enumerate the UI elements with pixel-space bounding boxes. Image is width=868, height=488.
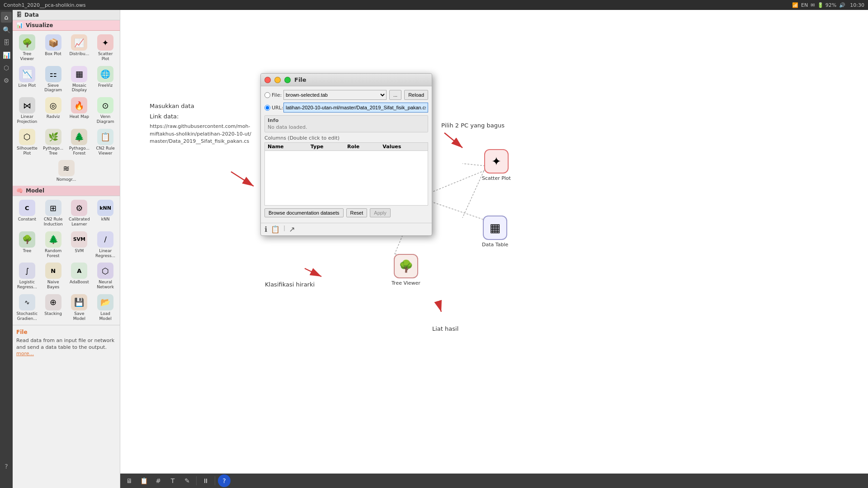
taskbar-text-btn[interactable]: T <box>166 474 179 487</box>
more-link[interactable]: more... <box>16 351 116 357</box>
constant-icon: C <box>19 200 35 216</box>
widget-knn[interactable]: kNN kNN <box>93 198 118 229</box>
widget-linear-projection[interactable]: ⋈ LinearProjection <box>14 95 40 126</box>
columns-table-container[interactable]: Name Type Role Values <box>264 142 428 206</box>
footer-export-icon[interactable]: ↗ <box>289 225 295 234</box>
scatter-plot-node[interactable]: ✦ Scatter Plot <box>482 149 511 181</box>
widget-heat-map[interactable]: 🔥 Heat Map <box>67 95 92 126</box>
dialog-close-button[interactable] <box>264 77 271 83</box>
widget-stacking[interactable]: ⊕ Stacking <box>41 292 66 323</box>
taskbar-pause-btn[interactable]: ⏸ <box>199 474 212 487</box>
info-title: File <box>16 329 116 335</box>
model-section-header[interactable]: 🧠 Model <box>13 186 120 196</box>
visualize-section-header[interactable]: 📊 Visualize <box>13 20 120 31</box>
scatter-plot-node-label: Scatter Plot <box>482 175 511 181</box>
footer-info-icon[interactable]: ℹ <box>264 225 267 234</box>
search-icon[interactable]: 🔍 <box>1 24 12 35</box>
data-section-header: 🗄 Data <box>13 10 120 20</box>
file-select[interactable]: brown-selected.tab <box>283 90 387 100</box>
widget-pythago-tree[interactable]: 🌿 Pythago...Tree <box>41 127 66 158</box>
widget-stochastic-gradient[interactable]: ∿ StochasticGradien... <box>14 292 40 323</box>
widget-adaboost[interactable]: A AdaBoost <box>67 261 92 291</box>
distributions-icon: 📈 <box>71 34 87 51</box>
settings-icon[interactable]: ⚙ <box>1 75 12 86</box>
dialog-maximize-button[interactable] <box>284 77 291 83</box>
network-icon[interactable]: ⬡ <box>1 62 12 73</box>
url-radio[interactable] <box>264 105 270 111</box>
widget-calibrated-learner[interactable]: ⚙ CalibratedLearner <box>67 198 92 229</box>
random-forest-label: RandomForest <box>45 249 61 258</box>
widget-constant[interactable]: C Constant <box>14 198 40 229</box>
taskbar-edit-btn[interactable]: ✎ <box>181 474 193 487</box>
widget-random-forest[interactable]: 🌲 RandomForest <box>41 230 66 260</box>
widget-tree-viewer[interactable]: 🌳 TreeViewer <box>14 33 40 63</box>
widget-logistic-regression[interactable]: ∫ LogisticRegress... <box>14 261 40 291</box>
system-tray: 📶 EN ✉ 🔋 92% 🔊 10:30 <box>792 2 864 8</box>
freeviz-label: FreeViz <box>98 83 113 88</box>
visualize-icon: 📊 <box>16 22 23 28</box>
taskbar-help-btn[interactable]: ? <box>218 474 231 487</box>
widget-save-model[interactable]: 💾 SaveModel <box>67 292 92 323</box>
chart-icon[interactable]: 📊 <box>1 50 12 61</box>
file-radio[interactable] <box>264 92 270 98</box>
widget-load-model[interactable]: 📂 LoadModel <box>93 292 118 323</box>
url-input[interactable] <box>283 103 428 113</box>
random-forest-icon: 🌲 <box>45 231 61 248</box>
reload-button[interactable]: Reload <box>404 90 428 100</box>
folder-button[interactable]: ... <box>389 90 401 100</box>
annotation-link-data: Link data: <box>150 113 179 120</box>
widget-cn2-rule-viewer[interactable]: 📋 CN2 RuleViewer <box>93 127 118 158</box>
apply-button[interactable]: Apply <box>370 208 391 217</box>
footer-copy-icon[interactable]: 📋 <box>271 225 280 234</box>
data-table-node[interactable]: ▦ Data Table <box>482 216 508 248</box>
heat-map-label: Heat Map <box>70 114 89 119</box>
venn-diagram-label: VennDiagram <box>97 114 114 124</box>
sieve-diagram-label: SieveDiagram <box>44 83 62 93</box>
home-icon[interactable]: ⌂ <box>1 12 12 23</box>
titlebar: Contoh1_2020__pca-sholikin.ows 📶 EN ✉ 🔋 … <box>0 0 868 10</box>
tree-viewer-node[interactable]: 🌳 Tree Viewer <box>392 254 420 286</box>
columns-header: Columns (Double click to edit) <box>264 135 428 141</box>
widget-venn-diagram[interactable]: ⊙ VennDiagram <box>93 95 118 126</box>
widget-neural-network[interactable]: ⬡ NeuralNetwork <box>93 261 118 291</box>
widget-tree[interactable]: 🌳 Tree <box>14 230 40 260</box>
data-section-icon: 🗄 <box>16 12 22 18</box>
reset-button[interactable]: Reset <box>346 208 368 217</box>
widget-freeviz[interactable]: 🌐 FreeViz <box>93 64 118 95</box>
widget-sieve-diagram[interactable]: ⚏ SieveDiagram <box>41 64 66 95</box>
tree-icon: 🌳 <box>19 231 35 248</box>
line-plot-icon: 📉 <box>19 66 35 82</box>
widget-pythago-forest[interactable]: 🌲 Pythago...Forest <box>67 127 92 158</box>
tree-viewer-node-icon: 🌳 <box>394 254 418 278</box>
calibrated-learner-icon: ⚙ <box>71 200 87 216</box>
widget-mosaic-display[interactable]: ▦ MosaicDisplay <box>67 64 92 95</box>
widget-box-plot[interactable]: 📦 Box Plot <box>41 33 66 63</box>
widget-linear-regression[interactable]: ∕ LinearRegress... <box>93 230 118 260</box>
widget-cn2-rule-induction[interactable]: ⊞ CN2 RuleInduction <box>41 198 66 229</box>
browse-docs-button[interactable]: Browse documentation datasets <box>264 208 344 217</box>
widget-line-plot[interactable]: 📉 Line Plot <box>14 64 40 95</box>
stochastic-gradient-icon: ∿ <box>19 294 35 310</box>
widget-svm[interactable]: SVM SVM <box>67 230 92 260</box>
help-icon[interactable]: ? <box>1 461 12 472</box>
main-layout: ⌂ 🔍 🗄 📊 ⬡ ⚙ ? 🗄 Data 📊 Visualize 🌳 TreeV… <box>0 10 868 488</box>
stacking-label: Stacking <box>44 311 62 316</box>
col-header-role: Role <box>344 143 380 151</box>
tree-viewer-label: TreeViewer <box>20 52 34 61</box>
canvas[interactable]: Masukkan data Link data: https://raw.git… <box>120 10 868 488</box>
box-plot-icon: 📦 <box>45 34 61 51</box>
dialog-minimize-button[interactable] <box>274 77 281 83</box>
widget-radviz[interactable]: ◎ Radviz <box>41 95 66 126</box>
taskbar-clipboard-btn[interactable]: 📋 <box>137 474 150 487</box>
taskbar-screen-btn[interactable]: 🖥 <box>123 474 136 487</box>
widget-nomogr[interactable]: ≋ Nomogr... <box>14 158 118 184</box>
widget-scatter-plot[interactable]: ✦ ScatterPlot <box>93 33 118 63</box>
widget-silhouette-plot[interactable]: ⬡ SilhouettePlot <box>14 127 40 158</box>
widget-distributions[interactable]: 📈 Distribu... <box>67 33 92 63</box>
tree-label: Tree <box>23 249 31 253</box>
svg-line-3 <box>305 268 321 277</box>
widget-naive-bayes[interactable]: N NaiveBayes <box>41 261 66 291</box>
taskbar-hash-btn[interactable]: # <box>152 474 165 487</box>
logistic-regression-label: LogisticRegress... <box>17 280 37 290</box>
data-icon[interactable]: 🗄 <box>1 37 12 48</box>
